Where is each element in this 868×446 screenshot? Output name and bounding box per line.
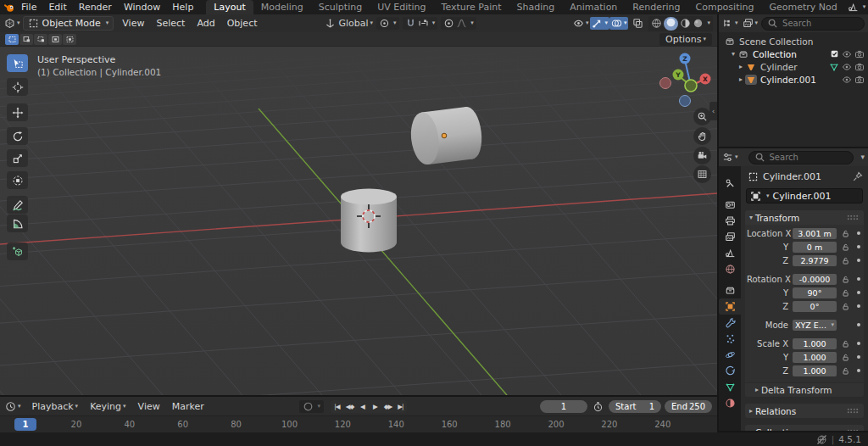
properties-tab-data[interactable] <box>719 379 741 395</box>
shading-material-icon[interactable] <box>680 18 691 29</box>
properties-tab-output[interactable] <box>719 213 741 229</box>
outliner-row-cylinder[interactable]: ▸Cylinder <box>719 60 868 73</box>
timeline-menu-view[interactable]: View <box>132 401 166 412</box>
snap-settings-icon[interactable] <box>418 18 429 29</box>
lock-open-icon[interactable] <box>841 256 850 265</box>
lock-open-icon[interactable] <box>841 243 850 252</box>
current-frame-field[interactable]: 1 <box>540 400 587 413</box>
tool-move[interactable] <box>7 103 28 121</box>
outliner-filter-icon[interactable] <box>743 18 754 29</box>
viewport-menu-add[interactable]: Add <box>191 16 220 31</box>
panel-grip[interactable] <box>847 408 860 414</box>
menubar-item-help[interactable]: Help <box>166 0 199 14</box>
xray-toggle[interactable] <box>631 17 645 30</box>
hide-eye-icon[interactable] <box>842 75 852 85</box>
animate-decorator-dot[interactable] <box>857 277 860 281</box>
object-cylinder[interactable] <box>341 189 397 253</box>
panel-relations-header[interactable]: ▸Relations <box>745 404 864 418</box>
workspace-tab-texture-paint[interactable]: Texture Paint <box>434 0 509 14</box>
viewport-3d[interactable]: Options ▾ User Perspective (1) Collectio… <box>0 32 717 395</box>
expand-icon[interactable]: ▾ <box>732 51 735 58</box>
viewport-scene[interactable] <box>0 32 717 395</box>
hide-eye-icon[interactable] <box>842 49 852 59</box>
select-mode-extend[interactable] <box>19 34 33 45</box>
workspace-tab-geometry-nod[interactable]: Geometry Nod <box>761 0 844 14</box>
tool-add-cube[interactable] <box>7 243 28 260</box>
workspace-tab-layout[interactable]: Layout <box>206 0 253 14</box>
panel-collections-header[interactable]: ▸Collections <box>745 425 864 431</box>
outliner-item-label[interactable]: Scene Collection <box>739 36 813 47</box>
outliner-item-label[interactable]: Cylinder.001 <box>760 75 816 85</box>
animate-decorator-dot[interactable] <box>857 291 860 294</box>
proportional-edit-icon[interactable] <box>443 18 454 29</box>
gizmo-z-negative[interactable] <box>680 96 691 107</box>
use-preview-range-icon[interactable] <box>593 401 604 412</box>
select-mode-set[interactable] <box>5 34 19 45</box>
snap-toggle-icon[interactable] <box>405 18 416 29</box>
properties-options-chevron[interactable]: ▾ <box>860 153 865 161</box>
outliner-search[interactable] <box>761 17 865 31</box>
properties-tab-world[interactable] <box>719 261 741 277</box>
outliner-display-mode-icon[interactable] <box>722 18 733 29</box>
transform-value-field[interactable]: XYZ E...▾ <box>793 320 837 331</box>
disable-render-icon[interactable] <box>854 49 865 59</box>
falloff-curve-icon[interactable] <box>456 18 467 29</box>
editor-type-3dview-icon[interactable] <box>4 18 15 29</box>
lock-open-icon[interactable] <box>841 339 850 348</box>
tool-transform[interactable] <box>7 171 28 189</box>
properties-tab-collection[interactable] <box>719 282 741 298</box>
lock-open-icon[interactable] <box>841 275 850 284</box>
menubar-item-render[interactable]: Render <box>73 0 118 14</box>
workspace-tab-animation[interactable]: Animation <box>562 0 625 14</box>
orientation-selector[interactable]: Global ▾ <box>325 18 374 29</box>
animate-decorator-dot[interactable] <box>857 231 860 235</box>
collapse-icon[interactable]: ▸ <box>739 76 743 83</box>
tool-measure[interactable] <box>7 215 28 232</box>
properties-tab-object[interactable] <box>719 298 741 315</box>
timeline-menu-playback[interactable]: Playback▾ <box>26 401 85 412</box>
tool-scale[interactable] <box>7 149 28 167</box>
outliner-item-label[interactable]: Cylinder <box>760 62 797 72</box>
transform-value-field[interactable]: 0 m <box>793 242 837 253</box>
properties-search[interactable] <box>748 151 854 164</box>
editor-type-timeline-icon[interactable] <box>5 401 16 412</box>
transport-next-keyframe-button[interactable]: ◆▶ <box>381 400 394 413</box>
transport-play-reverse-button[interactable]: ◀ <box>356 400 369 413</box>
tool-cursor[interactable] <box>7 78 28 96</box>
collapse-icon[interactable]: ▸ <box>739 64 743 70</box>
panel-grip[interactable] <box>847 429 860 431</box>
transform-value-field[interactable]: 0° <box>793 301 837 312</box>
tool-select-box[interactable] <box>7 54 28 72</box>
lock-open-icon[interactable] <box>841 302 850 311</box>
timeline-ruler[interactable]: 1 20406080100120140160180200220240 <box>0 415 717 433</box>
exclude-checkbox-icon[interactable] <box>830 49 839 59</box>
frame-end-field[interactable]: End 250 <box>665 400 712 413</box>
object-origin-dot[interactable] <box>442 133 447 138</box>
workspace-tab-sculpting[interactable]: Sculpting <box>311 0 370 14</box>
pin-id-icon[interactable] <box>852 171 863 182</box>
disable-render-icon[interactable] <box>854 62 865 72</box>
outliner-row-cylinder-001[interactable]: ▸Cylinder.001 <box>719 73 868 86</box>
sidebar-toggle[interactable]: ‹ <box>709 102 717 120</box>
lock-open-icon[interactable] <box>841 353 850 362</box>
pivot-point-icon[interactable] <box>379 18 390 29</box>
navigation-gizmo[interactable]: ZYX <box>659 53 714 107</box>
workspace-tab-shading[interactable]: Shading <box>509 0 563 14</box>
tool-annotate[interactable] <box>7 196 28 214</box>
breadcrumb-object-name[interactable]: Cylinder.001 <box>763 171 821 182</box>
delta-transform-subpanel[interactable]: ▸ Delta Transform <box>745 382 864 397</box>
outliner-search-input[interactable] <box>781 18 859 29</box>
select-mode-intersect[interactable] <box>63 34 76 45</box>
workspace-tab-modeling[interactable]: Modeling <box>253 0 311 14</box>
frame-start-field[interactable]: Start 1 <box>609 400 661 413</box>
animate-decorator-dot[interactable] <box>857 342 860 345</box>
menubar-item-window[interactable]: Window <box>118 0 166 14</box>
toggle-projection-button[interactable] <box>693 165 711 183</box>
transform-value-field[interactable]: -0.0000 <box>793 274 837 285</box>
outliner-row-collection[interactable]: ▾Collection <box>719 47 868 60</box>
transform-value-field[interactable]: 90° <box>793 287 837 298</box>
animate-decorator-dot[interactable] <box>857 369 860 372</box>
show-object-types-toggle[interactable]: ▾ <box>571 17 591 30</box>
workspace-tab-rendering[interactable]: Rendering <box>625 0 687 14</box>
transform-value-field[interactable]: 3.001 m <box>793 228 837 239</box>
